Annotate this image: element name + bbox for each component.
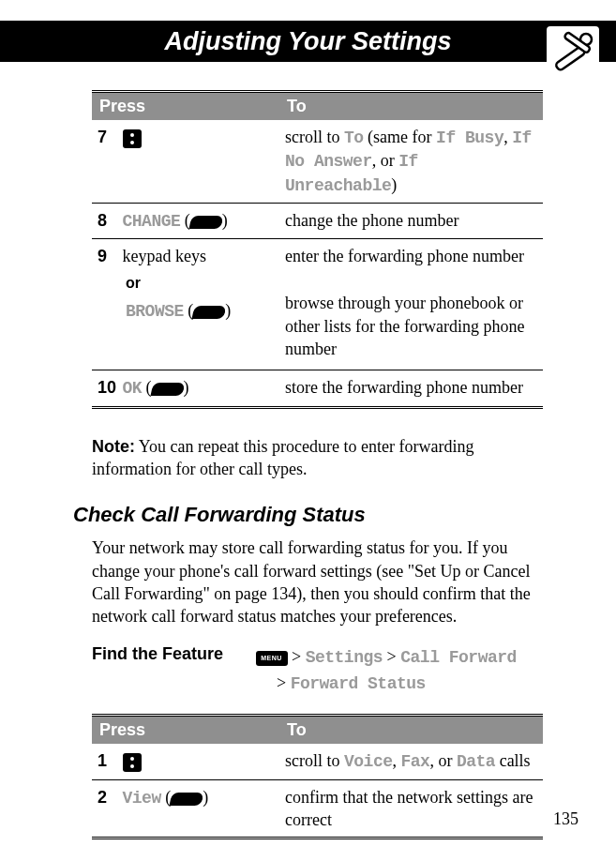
- scroll-key-icon: [123, 129, 142, 148]
- step-number: 7: [98, 126, 118, 148]
- step-description: scroll to To (same for If Busy, If No An…: [279, 120, 543, 203]
- step-description: store the forwarding phone number: [279, 370, 543, 406]
- table-row: 1 scroll to Voice, Fax, or Data calls: [92, 744, 543, 779]
- page-title: Adjusting Your Settings: [0, 21, 616, 62]
- soft-key-icon: [170, 793, 204, 806]
- table-row: 8 CHANGE () change the phone number: [92, 203, 543, 238]
- step-number: 10: [98, 376, 118, 399]
- table-row: 2 View () confirm that the network setti…: [92, 779, 543, 837]
- softkey-label: CHANGE: [123, 212, 181, 231]
- table-header-row: Press To: [92, 717, 543, 744]
- header-bar: Adjusting Your Settings: [0, 21, 616, 62]
- col-press: Press: [92, 717, 279, 744]
- note-paragraph: Note: You can repeat this procedure to e…: [92, 435, 543, 481]
- body-paragraph: Your network may store call forwarding s…: [92, 536, 543, 627]
- table-header-row: Press To: [92, 93, 543, 120]
- step-description: enter the forwarding phone number browse…: [279, 239, 543, 370]
- find-feature-label: Find the Feature: [92, 644, 251, 664]
- table-row: 10 OK () store the forwarding phone numb…: [92, 370, 543, 406]
- step-number: 9: [98, 245, 118, 267]
- col-to: To: [279, 717, 543, 744]
- or-label: or: [126, 273, 274, 294]
- soft-key-icon: [150, 383, 185, 396]
- find-feature-block: Find the Feature MENU > Settings > Call …: [92, 644, 543, 697]
- soft-key-icon: [188, 216, 223, 229]
- note-label: Note:: [92, 437, 135, 456]
- menu-key-icon: MENU: [256, 651, 288, 666]
- col-to: To: [279, 93, 543, 120]
- table-row: 7 scroll to To (same for If Busy, If No …: [92, 120, 543, 203]
- step-number: 1: [98, 749, 118, 772]
- col-press: Press: [92, 93, 279, 120]
- section-heading: Check Call Forwarding Status: [73, 503, 543, 527]
- step-description: scroll to Voice, Fax, or Data calls: [279, 744, 543, 779]
- step-number: 2: [98, 786, 118, 808]
- soft-key-icon: [192, 306, 227, 319]
- step-number: 8: [98, 209, 118, 232]
- settings-tools-icon: [547, 26, 599, 79]
- instruction-table-1: Press To 7 scroll to To (same for If Bus…: [92, 90, 543, 409]
- step-description: confirm that the network settings are co…: [279, 779, 543, 837]
- softkey-label: BROWSE: [126, 302, 184, 321]
- page-number: 135: [553, 809, 578, 829]
- menu-path: MENU > Settings > Call Forward > Forward…: [256, 644, 517, 697]
- table-row: 9 keypad keys or BROWSE () enter the for…: [92, 239, 543, 370]
- softkey-label: View: [123, 789, 161, 808]
- press-text: keypad keys: [123, 247, 206, 265]
- scroll-key-icon: [123, 753, 142, 772]
- step-description: change the phone number: [279, 203, 543, 238]
- instruction-table-2: Press To 1 scroll to Voice, Fax, or Data…: [92, 714, 543, 839]
- softkey-label: OK: [123, 379, 143, 398]
